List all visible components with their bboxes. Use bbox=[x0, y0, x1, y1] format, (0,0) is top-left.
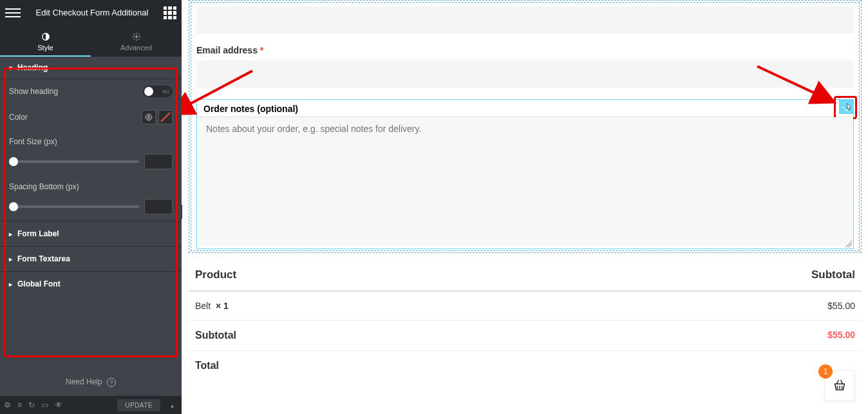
item-cell: Belt × 1 bbox=[195, 301, 229, 311]
total-label: Total bbox=[195, 360, 219, 372]
basket-icon bbox=[833, 379, 847, 393]
textarea-resize-grip[interactable] bbox=[845, 241, 852, 247]
update-options-caret[interactable]: ▴ bbox=[167, 402, 178, 409]
preview-icon[interactable]: 👁 bbox=[55, 400, 62, 409]
settings-icon[interactable]: ⚙ bbox=[4, 400, 11, 409]
tab-style-label: Style bbox=[37, 44, 53, 52]
page-title: Edit Checkout Form Additional bbox=[21, 8, 164, 18]
field-font-size: Font Size (px) bbox=[0, 131, 182, 176]
field-color: Color bbox=[0, 104, 182, 131]
email-label: Email address * bbox=[196, 42, 854, 61]
gear-icon bbox=[132, 32, 141, 41]
email-input[interactable] bbox=[196, 61, 854, 88]
spacing-value[interactable] bbox=[144, 199, 173, 214]
item-qty: × 1 bbox=[216, 301, 229, 311]
field-spacing-bottom: Spacing Bottom (px) bbox=[0, 176, 182, 221]
section-form-textarea[interactable]: ▸ Form Textarea bbox=[0, 246, 182, 271]
caret-right-icon: ▸ bbox=[9, 256, 12, 263]
need-help-label: Need Help bbox=[66, 377, 102, 386]
section-global-font-text: Global Font bbox=[17, 279, 61, 288]
edit-widget-handle[interactable] bbox=[839, 100, 853, 114]
subtotal-header: Subtotal bbox=[811, 268, 855, 281]
menu-icon[interactable] bbox=[5, 5, 21, 21]
subtotal-label: Subtotal bbox=[195, 330, 236, 341]
item-name: Belt bbox=[195, 301, 211, 311]
cart-count-badge: 1 bbox=[818, 364, 833, 379]
widgets-grid-icon[interactable] bbox=[164, 6, 176, 19]
spacing-label: Spacing Bottom (px) bbox=[9, 182, 79, 191]
responsive-icon[interactable]: ▭ bbox=[41, 400, 48, 409]
globe-icon bbox=[145, 113, 153, 121]
sidebar-footer: ⚙ ≡ ↻ ▭ 👁 UPDATE ▴ bbox=[0, 396, 182, 414]
section-form-textarea-text: Form Textarea bbox=[17, 254, 70, 263]
order-summary: Product Subtotal Belt × 1 $55.00 Subtota… bbox=[189, 259, 862, 381]
color-controls bbox=[142, 110, 173, 124]
summary-header: Product Subtotal bbox=[189, 259, 862, 292]
order-notes-widget[interactable]: Order notes (optional) bbox=[196, 99, 854, 249]
caret-down-icon: ▾ bbox=[9, 64, 12, 71]
show-heading-label: Show heading bbox=[9, 87, 58, 96]
item-price: $55.00 bbox=[827, 301, 855, 311]
font-size-slider[interactable] bbox=[9, 160, 139, 163]
summary-item-row: Belt × 1 $55.00 bbox=[189, 292, 862, 321]
toggle-knob bbox=[144, 87, 153, 96]
slider-handle[interactable] bbox=[9, 202, 18, 211]
caret-right-icon: ▸ bbox=[9, 281, 12, 288]
section-form-label[interactable]: ▸ Form Label bbox=[0, 221, 182, 246]
sidebar-header: Edit Checkout Form Additional bbox=[0, 0, 182, 26]
section-wrapper[interactable]: Email address * Order notes (optional) bbox=[189, 0, 862, 253]
color-label: Color bbox=[9, 113, 28, 122]
order-notes-textarea[interactable] bbox=[197, 117, 853, 246]
show-heading-toggle[interactable]: NO bbox=[143, 86, 173, 97]
font-size-value[interactable] bbox=[144, 154, 173, 169]
editor-sidebar: Edit Checkout Form Additional Style Adva… bbox=[0, 0, 182, 414]
svg-point-1 bbox=[135, 35, 138, 38]
update-button[interactable]: UPDATE bbox=[117, 399, 160, 411]
panel-tabs: Style Advanced bbox=[0, 26, 182, 57]
global-color-button[interactable] bbox=[142, 110, 156, 124]
slider-handle[interactable] bbox=[9, 157, 18, 166]
section-global-font[interactable]: ▸ Global Font bbox=[0, 271, 182, 296]
section-heading-label: Heading bbox=[17, 63, 48, 72]
order-notes-label: Order notes (optional) bbox=[197, 100, 853, 117]
preview-canvas: Email address * Order notes (optional) P… bbox=[182, 0, 868, 414]
font-size-label: Font Size (px) bbox=[9, 137, 57, 146]
section-heading[interactable]: ▾ Heading bbox=[0, 57, 182, 79]
tab-advanced-label: Advanced bbox=[120, 44, 152, 52]
product-header: Product bbox=[195, 268, 236, 281]
cart-floating-button[interactable]: 1 bbox=[824, 370, 855, 401]
caret-right-icon: ▸ bbox=[9, 231, 12, 238]
need-help[interactable]: Need Help ? bbox=[0, 368, 182, 396]
section-form-label-text: Form Label bbox=[17, 229, 59, 238]
revisions-icon[interactable]: ≡ bbox=[17, 400, 22, 409]
column-wrapper[interactable]: Email address * Order notes (optional) bbox=[191, 2, 860, 251]
spacing-slider[interactable] bbox=[9, 205, 139, 208]
field-show-heading: Show heading NO bbox=[0, 79, 182, 104]
subtotal-value: $55.00 bbox=[827, 330, 855, 341]
previous-input-placeholder[interactable] bbox=[196, 6, 854, 33]
tab-style[interactable]: Style bbox=[0, 26, 91, 57]
toggle-value: NO bbox=[163, 89, 170, 94]
history-icon[interactable]: ↻ bbox=[28, 400, 35, 409]
panel-body: ▾ Heading Show heading NO Color Font Siz… bbox=[0, 57, 182, 368]
email-label-text: Email address bbox=[196, 45, 258, 55]
help-icon: ? bbox=[107, 378, 116, 387]
summary-total-row: Total bbox=[189, 351, 862, 381]
summary-subtotal-row: Subtotal $55.00 bbox=[189, 321, 862, 351]
tab-advanced[interactable]: Advanced bbox=[91, 26, 182, 57]
contrast-icon bbox=[41, 32, 50, 41]
color-picker-button[interactable] bbox=[158, 110, 173, 124]
required-asterisk: * bbox=[260, 45, 263, 55]
